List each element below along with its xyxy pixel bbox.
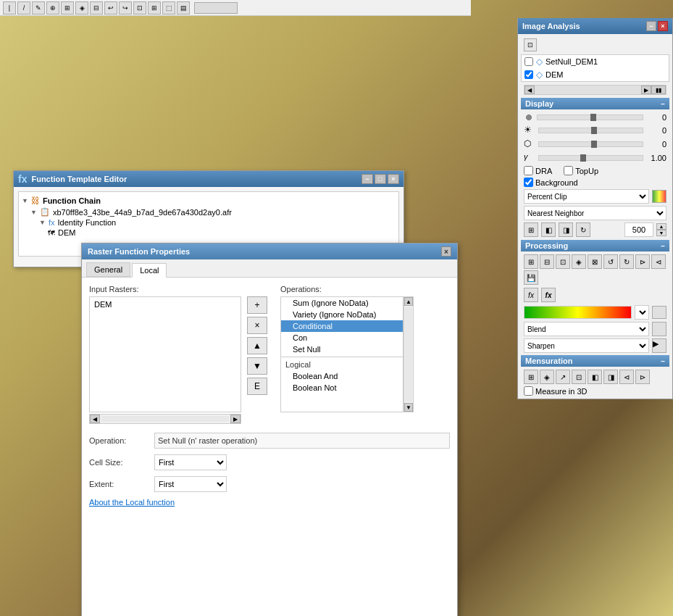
proc-icon-3[interactable]: ⊡ xyxy=(556,254,570,269)
topup-check[interactable]: TopUp xyxy=(564,166,598,175)
ia-hscroll-right[interactable]: ▶ xyxy=(641,86,651,94)
sharpen-select[interactable]: Sharpen xyxy=(524,338,649,353)
move-down-btn[interactable]: ▼ xyxy=(247,357,267,375)
dra-checkbox[interactable] xyxy=(524,166,533,175)
op-variety[interactable]: Variety (Ignore NoData) xyxy=(281,309,403,320)
fx-icon-2[interactable]: fx xyxy=(541,288,556,302)
dra-check[interactable]: DRA xyxy=(524,166,552,175)
ia-layer-hscroll[interactable]: ◀ ▶ ▮▮ xyxy=(524,85,666,95)
mens-icon-4[interactable]: ⊡ xyxy=(572,370,586,384)
ia-tool-1[interactable]: ⊡ xyxy=(524,38,537,51)
proc-icon-6[interactable]: ↺ xyxy=(603,254,618,269)
fx-icon-1[interactable]: fx xyxy=(524,288,538,302)
disp-icon-3[interactable]: ◨ xyxy=(559,222,573,237)
raster-list-hscroll[interactable]: ◀ ▶ xyxy=(89,414,241,424)
raster-list[interactable]: DEM xyxy=(89,296,241,412)
mens-icon-7[interactable]: ⊲ xyxy=(619,370,634,384)
proc-icon-9[interactable]: ⊲ xyxy=(651,254,666,269)
hillshade-thumb[interactable] xyxy=(591,141,597,148)
toolbar-btn-11[interactable]: ⊞ xyxy=(148,1,161,14)
mens-icon-3[interactable]: ↗ xyxy=(556,370,570,384)
layer-setnull-checkbox[interactable] xyxy=(524,57,533,66)
toolbar-btn-1[interactable]: | xyxy=(3,1,16,14)
add-raster-btn[interactable]: + xyxy=(247,296,267,314)
op-con[interactable]: Con xyxy=(281,332,403,344)
operation-input[interactable] xyxy=(154,433,450,449)
mens-icon-6[interactable]: ◨ xyxy=(603,370,618,384)
rfp-close-btn[interactable]: × xyxy=(441,246,451,257)
proc-icon-1[interactable]: ⊞ xyxy=(524,254,538,269)
about-local-link[interactable]: About the Local function xyxy=(89,498,450,507)
measure-3d-checkbox[interactable] xyxy=(524,386,533,396)
op-vscroll[interactable]: ▲ ▼ xyxy=(404,296,414,412)
topup-checkbox[interactable] xyxy=(564,166,573,175)
disp-icon-4[interactable]: ↻ xyxy=(576,222,590,237)
brightness-thumb[interactable] xyxy=(590,114,596,121)
hscroll-right[interactable]: ▶ xyxy=(230,415,241,423)
proc-icon-2[interactable]: ⊟ xyxy=(540,254,554,269)
processing-collapse-btn[interactable]: − xyxy=(661,242,665,250)
raster-item-dem[interactable]: DEM xyxy=(91,299,239,310)
layer-dem-checkbox[interactable] xyxy=(524,70,533,79)
toolbar-btn-5[interactable]: ⊞ xyxy=(61,1,74,14)
toolbar-btn-12[interactable]: ⬚ xyxy=(162,1,175,14)
toolbar-btn-6[interactable]: ◈ xyxy=(75,1,88,14)
toolbar-btn-9[interactable]: ↪ xyxy=(119,1,132,14)
op-conditional[interactable]: Conditional xyxy=(281,320,403,332)
background-check[interactable]: Background xyxy=(524,178,578,187)
mens-icon-2[interactable]: ◈ xyxy=(540,370,554,384)
proc-icon-4[interactable]: ◈ xyxy=(572,254,586,269)
tree-child2[interactable]: ▼ fx Identity Function xyxy=(22,217,396,228)
ia-hscroll-left[interactable]: ◀ xyxy=(524,86,535,94)
toolbar-dropdown[interactable] xyxy=(194,2,238,14)
blend-btn[interactable] xyxy=(652,322,666,336)
toolbar-btn-3[interactable]: ✎ xyxy=(32,1,45,14)
toolbar-btn-13[interactable]: ▤ xyxy=(177,1,190,14)
remove-raster-btn[interactable]: × xyxy=(247,317,267,334)
contrast-thumb[interactable] xyxy=(591,127,597,134)
proc-icon-5[interactable]: ⊠ xyxy=(588,254,602,269)
vscroll-down[interactable]: ▼ xyxy=(404,403,413,412)
tab-general[interactable]: General xyxy=(86,262,130,277)
cell-size-select[interactable]: First Last Max Min Mean xyxy=(154,454,227,470)
tree-child3[interactable]: 🗺 DEM xyxy=(22,228,396,238)
proc-icon-10[interactable]: 💾 xyxy=(524,270,538,285)
background-checkbox[interactable] xyxy=(524,178,533,187)
op-sum[interactable]: Sum (Ignore NoData) xyxy=(281,297,403,309)
disp-icon-2[interactable]: ◧ xyxy=(541,222,556,237)
proc-icon-8[interactable]: ⊳ xyxy=(635,254,650,269)
mens-icon-8[interactable]: ⊳ xyxy=(635,370,650,384)
op-boolean-and[interactable]: Boolean And xyxy=(281,370,403,382)
blend-select[interactable]: Blend xyxy=(524,322,649,336)
brightness-slider[interactable] xyxy=(537,115,643,120)
op-boolean-not[interactable]: Boolean Not xyxy=(281,382,403,394)
mens-icon-5[interactable]: ◧ xyxy=(588,370,602,384)
ia-scroll-indicators[interactable]: ▮▮ xyxy=(651,86,666,94)
proc-icon-7[interactable]: ↻ xyxy=(619,254,634,269)
ia-close-btn[interactable]: × xyxy=(658,21,668,31)
nearest-neighbor-select[interactable]: Nearest Neighbor xyxy=(524,206,666,220)
toolbar-btn-4[interactable]: ⊕ xyxy=(46,1,59,14)
toolbar-btn-2[interactable]: / xyxy=(17,1,30,14)
hscroll-left[interactable]: ◀ xyxy=(90,415,100,423)
layer-dem[interactable]: ◇ DEM xyxy=(522,68,669,81)
display-collapse-btn[interactable]: − xyxy=(661,100,665,108)
fte-minimize-btn[interactable]: − xyxy=(361,174,373,184)
spin-up[interactable]: ▲ xyxy=(656,223,666,230)
mensuration-collapse-btn[interactable]: − xyxy=(661,357,665,365)
fte-close-btn[interactable]: × xyxy=(388,174,399,184)
sharpen-btn[interactable]: ▶ xyxy=(652,338,666,353)
move-up-btn[interactable]: ▲ xyxy=(247,337,267,354)
op-setnull[interactable]: Set Null xyxy=(281,344,403,355)
color-ramp-select[interactable]: ▼ xyxy=(635,305,649,320)
layer-setnull[interactable]: ◇ SetNull_DEM1 xyxy=(522,55,669,68)
expression-btn[interactable]: E xyxy=(247,378,267,395)
spin-down[interactable]: ▼ xyxy=(656,230,666,236)
disp-icon-1[interactable]: ⊞ xyxy=(524,222,538,237)
fte-restore-btn[interactable]: □ xyxy=(375,174,386,184)
ia-minimize-btn[interactable]: − xyxy=(646,21,656,31)
toolbar-btn-10[interactable]: ⊡ xyxy=(133,1,146,14)
contrast-slider[interactable] xyxy=(538,128,643,133)
tab-local[interactable]: Local xyxy=(132,263,167,278)
extent-select[interactable]: First Last Intersection Union xyxy=(154,476,227,492)
